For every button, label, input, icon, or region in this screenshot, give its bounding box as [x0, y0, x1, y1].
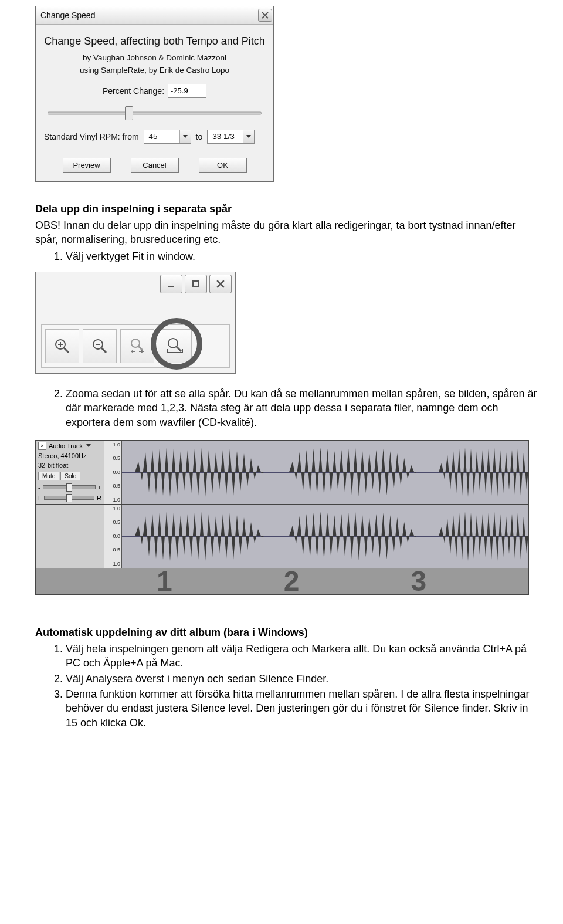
- step-fit-in-window: Välj verktyget Fit in window.: [66, 249, 540, 263]
- svg-marker-17: [131, 350, 133, 353]
- track-format-1: Stereo, 44100Hz: [38, 452, 101, 461]
- track-panel-lower: [36, 505, 104, 568]
- split-recording-note: OBS! Innan du delar upp din inspelning m…: [35, 218, 540, 247]
- auto-split-step-3: Denna funktion kommer att försöka hitta …: [66, 687, 540, 730]
- marker-3: 3: [411, 565, 426, 597]
- mute-button[interactable]: Mute: [38, 472, 59, 480]
- pan-right-label: R: [97, 495, 101, 502]
- step-zoom-out: Zooma sedan ut för att se alla spår. Du …: [66, 387, 540, 429]
- rpm-to-select[interactable]: 33 1/3: [207, 130, 255, 144]
- svg-line-14: [138, 346, 143, 350]
- track-menu-icon[interactable]: [86, 444, 91, 447]
- pan-slider[interactable]: [44, 496, 94, 500]
- amplitude-scale: 1.00.50.0-0.5-1.0: [104, 505, 122, 568]
- svg-rect-2: [168, 286, 174, 287]
- chevron-down-icon: [179, 130, 191, 143]
- waveform-channel-right[interactable]: [122, 505, 528, 568]
- rpm-from-select[interactable]: 45: [144, 130, 191, 144]
- dialog-desc: Change Speed, affecting both Tempo and P…: [44, 34, 265, 48]
- svg-line-11: [101, 348, 106, 353]
- percent-change-input[interactable]: [168, 84, 206, 98]
- auto-split-heading: Automatisk uppdelning av ditt album (bar…: [35, 625, 540, 639]
- marker-1: 1: [157, 565, 172, 597]
- zoom-out-icon[interactable]: [83, 329, 117, 363]
- solo-button[interactable]: Solo: [60, 472, 80, 480]
- svg-line-7: [64, 348, 69, 353]
- fit-selection-icon[interactable]: [120, 329, 154, 363]
- gain-minus-label: -: [38, 484, 40, 491]
- minimize-icon[interactable]: [160, 275, 182, 293]
- chevron-down-icon: [243, 130, 254, 143]
- dialog-credits: by Vaughan Johnson & Dominic Mazzoni usi…: [44, 53, 265, 75]
- track-panel: × Audio Track Stereo, 44100Hz 32-bit flo…: [36, 441, 104, 504]
- close-icon[interactable]: [209, 275, 232, 293]
- waveform-channel-left[interactable]: [122, 441, 528, 504]
- gain-slider[interactable]: [43, 485, 96, 489]
- waveform-figure: × Audio Track Stereo, 44100Hz 32-bit flo…: [35, 440, 529, 595]
- track-number-markers: 1 2 3: [36, 568, 528, 594]
- marker-2: 2: [284, 565, 300, 597]
- titlebar[interactable]: Change Speed: [36, 6, 273, 25]
- cancel-button[interactable]: Cancel: [131, 158, 179, 173]
- zoom-toolbar-figure: [35, 272, 236, 374]
- change-speed-dialog: Change Speed Change Speed, affecting bot…: [35, 6, 274, 182]
- credit-line-1: by Vaughan Johnson & Dominic Mazzoni: [44, 53, 265, 63]
- percent-change-label: Percent Change:: [103, 86, 164, 96]
- speed-slider[interactable]: [48, 106, 262, 120]
- credit-line-2: using SampleRate, by Erik de Castro Lopo: [44, 65, 265, 76]
- track-name: Audio Track: [49, 442, 83, 449]
- rpm-label: Standard Vinyl RPM: from: [44, 132, 139, 141]
- auto-split-step-2: Välj Analysera överst i menyn och sedan …: [66, 672, 540, 686]
- slider-thumb[interactable]: [125, 106, 133, 120]
- rpm-to-value: 33 1/3: [208, 132, 243, 141]
- auto-split-step-1: Välj hela inspelningen genom att välja R…: [66, 642, 540, 671]
- track-close-icon[interactable]: ×: [38, 442, 46, 450]
- split-recording-heading: Dela upp din inspelning i separata spår: [35, 202, 540, 216]
- highlight-circle: [151, 318, 202, 370]
- rpm-from-value: 45: [144, 132, 179, 141]
- rpm-to-label: to: [196, 132, 203, 141]
- close-icon[interactable]: [258, 9, 272, 22]
- maximize-icon[interactable]: [185, 275, 207, 293]
- track-format-2: 32-bit float: [38, 461, 101, 470]
- preview-button[interactable]: Preview: [63, 158, 111, 173]
- ok-button[interactable]: OK: [199, 158, 247, 173]
- amplitude-scale: 1.00.50.0-0.5-1.0: [104, 441, 122, 504]
- svg-point-13: [131, 339, 140, 347]
- svg-rect-3: [193, 281, 199, 287]
- zoom-in-icon[interactable]: [45, 329, 79, 363]
- gain-plus-label: +: [98, 484, 101, 491]
- dialog-title: Change Speed: [40, 11, 95, 20]
- pan-left-label: L: [38, 495, 42, 502]
